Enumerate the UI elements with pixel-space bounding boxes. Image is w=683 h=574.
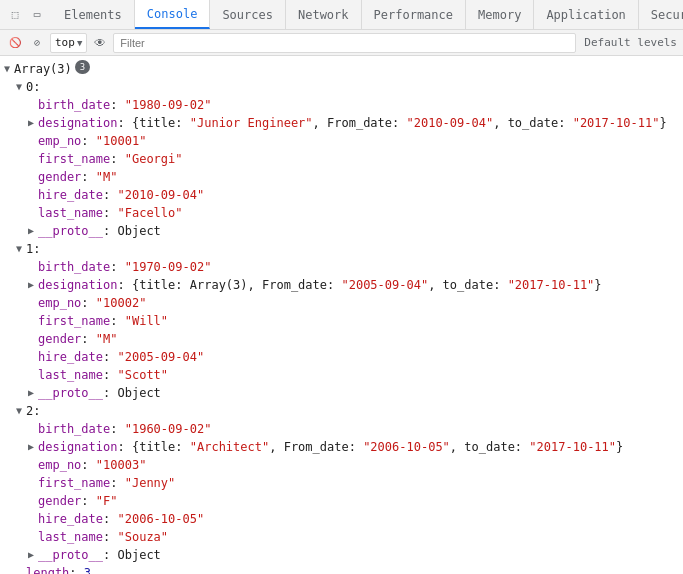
tab-network[interactable]: Network	[286, 0, 362, 29]
list-item: designation: {title: "Junior Engineer", …	[0, 114, 683, 132]
device-icon[interactable]: ▭	[28, 6, 46, 24]
toggle-array[interactable]	[4, 60, 14, 78]
context-dropdown-icon: ▼	[77, 38, 82, 48]
list-item: hire_date: "2005-09-04"	[0, 348, 683, 366]
list-item: first_name: "Jenny"	[0, 474, 683, 492]
toggle-desig2[interactable]	[28, 438, 38, 456]
list-item: birth_date: "1970-09-02"	[0, 258, 683, 276]
inspect-icon[interactable]: ⬚	[6, 6, 24, 24]
list-item: __proto__: Object	[0, 222, 683, 240]
list-item: last_name: "Scott"	[0, 366, 683, 384]
list-item: birth_date: "1960-09-02"	[0, 420, 683, 438]
toggle-desig0[interactable]	[28, 114, 38, 132]
list-item: first_name: "Georgi"	[0, 150, 683, 168]
list-item: hire_date: "2010-09-04"	[0, 186, 683, 204]
toggle-proto1[interactable]	[28, 384, 38, 402]
tab-security[interactable]: Security	[639, 0, 683, 29]
list-item: gender: "F"	[0, 492, 683, 510]
list-item: __proto__: Object	[0, 546, 683, 564]
filter-input[interactable]	[113, 33, 576, 53]
toggle-desig1[interactable]	[28, 276, 38, 294]
context-value: top	[55, 36, 75, 49]
console-output: Array(3)3 0: birth_date: "1980-09-02" de…	[0, 56, 683, 574]
tab-performance[interactable]: Performance	[362, 0, 466, 29]
tab-elements[interactable]: Elements	[52, 0, 135, 29]
list-item: emp_no: "10001"	[0, 132, 683, 150]
tab-bar: ⬚ ▭ Elements Console Sources Network Per…	[0, 0, 683, 30]
list-item: Array(3)3	[0, 60, 683, 78]
list-item: designation: {title: "Architect", From_d…	[0, 438, 683, 456]
filter-icon[interactable]: ⊘	[28, 34, 46, 52]
tab-list: Elements Console Sources Network Perform…	[52, 0, 683, 29]
list-item: last_name: "Souza"	[0, 528, 683, 546]
tab-sources[interactable]: Sources	[210, 0, 286, 29]
toggle-proto2[interactable]	[28, 546, 38, 564]
list-item: gender: "M"	[0, 168, 683, 186]
list-item: hire_date: "2006-10-05"	[0, 510, 683, 528]
list-item: last_name: "Facello"	[0, 204, 683, 222]
toggle-item1[interactable]	[16, 240, 26, 258]
list-item: birth_date: "1980-09-02"	[0, 96, 683, 114]
list-item: gender: "M"	[0, 330, 683, 348]
tab-memory[interactable]: Memory	[466, 0, 534, 29]
list-item: emp_no: "10002"	[0, 294, 683, 312]
list-item: designation: {title: Array(3), From_date…	[0, 276, 683, 294]
devtools-icons: ⬚ ▭	[0, 6, 52, 24]
tab-application[interactable]: Application	[534, 0, 638, 29]
list-item: __proto__: Object	[0, 384, 683, 402]
list-item: first_name: "Will"	[0, 312, 683, 330]
list-item: emp_no: "10003"	[0, 456, 683, 474]
console-toolbar: 🚫 ⊘ top ▼ 👁 Default levels	[0, 30, 683, 56]
toggle-item2[interactable]	[16, 402, 26, 420]
context-selector[interactable]: top ▼	[50, 33, 87, 53]
toggle-proto0[interactable]	[28, 222, 38, 240]
toggle-item0[interactable]	[16, 78, 26, 96]
list-item: length: 3	[0, 564, 683, 574]
clear-console-icon[interactable]: 🚫	[6, 34, 24, 52]
list-item: 1:	[0, 240, 683, 258]
eye-icon[interactable]: 👁	[91, 34, 109, 52]
tab-console[interactable]: Console	[135, 0, 211, 29]
list-item: 0:	[0, 78, 683, 96]
list-item: 2:	[0, 402, 683, 420]
default-levels-label: Default levels	[584, 36, 677, 49]
